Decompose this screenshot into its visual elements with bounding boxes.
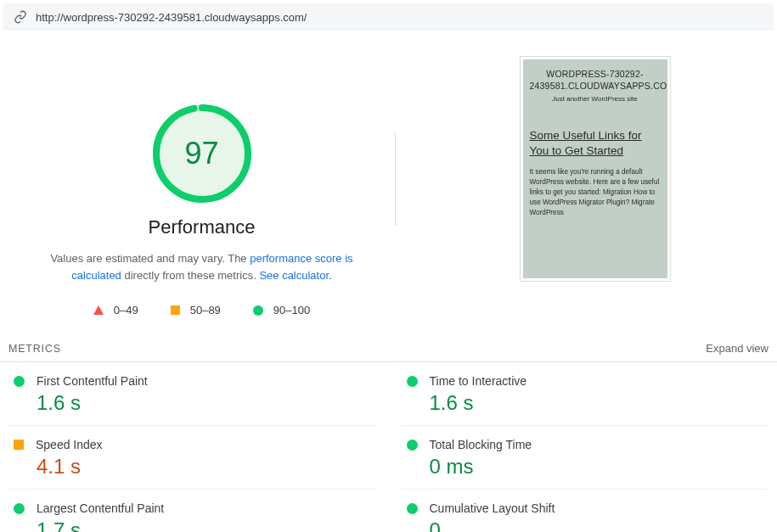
expand-view-toggle[interactable]: Expand view	[706, 342, 769, 355]
page-preview: WORDPRESS-730292-2439581.CLOUDWAYSAPPS.C…	[520, 56, 671, 282]
performance-description: Values are estimated and may vary. The p…	[32, 250, 372, 283]
legend-average: 50–89	[171, 304, 221, 316]
metric-fcp[interactable]: First Contentful Paint 1.6 s	[8, 362, 376, 426]
status-dot-pass	[14, 503, 25, 514]
url-bar: http://wordpress-730292-2439581.cloudway…	[3, 3, 774, 31]
metric-value: 1.7 s	[37, 518, 376, 532]
metric-value: 1.6 s	[37, 391, 376, 415]
status-dot-pass	[407, 376, 418, 387]
status-dot-pass	[407, 440, 418, 451]
metrics-grid: First Contentful Paint 1.6 s Time to Int…	[0, 362, 777, 532]
preview-tagline: Just another WordPress site	[530, 95, 661, 104]
score-gauge: 97	[151, 103, 253, 204]
status-dot-average	[14, 440, 24, 450]
metric-value: 0 ms	[430, 455, 769, 479]
status-dot-pass	[14, 376, 25, 387]
status-dot-pass	[407, 503, 418, 514]
metric-tti[interactable]: Time to Interactive 1.6 s	[402, 362, 769, 426]
summary-section: 97 Performance Values are estimated and …	[0, 31, 777, 333]
score-legend: 0–49 50–89 90–100	[93, 304, 310, 316]
metrics-header: METRICS Expand view	[0, 342, 777, 362]
url-text[interactable]: http://wordpress-730292-2439581.cloudway…	[36, 11, 307, 24]
circle-icon	[253, 305, 263, 316]
metric-value: 0	[430, 518, 769, 532]
metric-lcp[interactable]: Largest Contentful Paint 1.7 s	[8, 490, 376, 532]
preview-site-title: WORDPRESS-730292-2439581.CLOUDWAYSAPPS.C…	[530, 68, 661, 92]
metric-cls[interactable]: Cumulative Layout Shift 0	[402, 490, 769, 532]
preview-body: It seems like you're running a default W…	[530, 167, 661, 217]
metric-value: 4.1 s	[37, 455, 376, 479]
metrics-label: METRICS	[8, 343, 61, 355]
square-icon	[171, 305, 180, 315]
legend-pass: 90–100	[253, 304, 310, 316]
triangle-icon	[93, 305, 104, 315]
metric-si[interactable]: Speed Index 4.1 s	[8, 426, 376, 490]
metric-tbt[interactable]: Total Blocking Time 0 ms	[402, 426, 769, 490]
preview-heading: Some Useful Links for You to Get Started	[530, 128, 661, 159]
score-value: 97	[151, 103, 253, 204]
performance-column: 97 Performance Values are estimated and …	[8, 56, 395, 316]
see-calculator-link[interactable]: See calculator	[259, 269, 329, 282]
legend-fail: 0–49	[93, 304, 138, 316]
performance-title: Performance	[149, 216, 256, 238]
link-icon	[14, 10, 27, 24]
preview-column: WORDPRESS-730292-2439581.CLOUDWAYSAPPS.C…	[396, 56, 769, 282]
metric-value: 1.6 s	[430, 391, 769, 415]
